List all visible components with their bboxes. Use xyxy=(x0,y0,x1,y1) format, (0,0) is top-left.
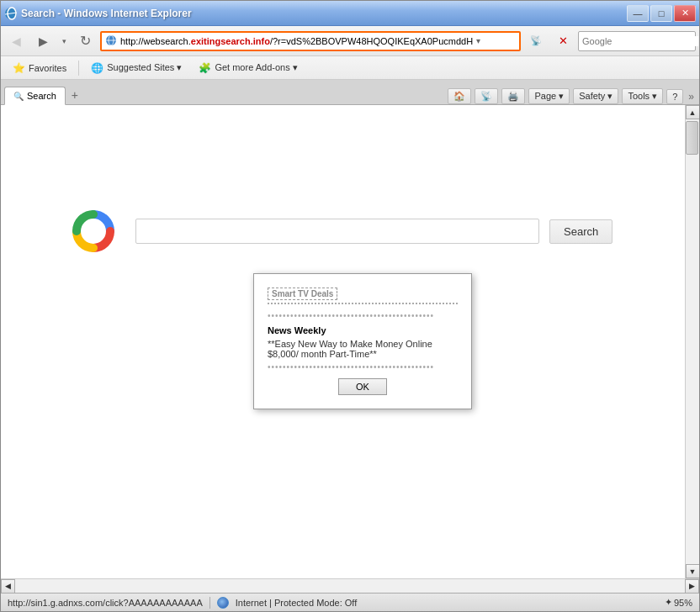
favorites-bar: ⭐ Favorites 🌐 Suggested Sites ▾ 🧩 Get mo… xyxy=(1,56,699,80)
feeds-button[interactable]: 📡 xyxy=(475,88,498,104)
nav-dropdown-button[interactable]: ▾ xyxy=(58,29,70,53)
zoom-level: 95% xyxy=(674,598,692,608)
status-url: http://sin1.g.adnxs.com/click?AAAAAAAAAA… xyxy=(8,598,203,608)
zone-text: Internet | Protected Mode: Off xyxy=(236,598,358,608)
h-scroll-left-button[interactable]: ◀ xyxy=(1,579,15,594)
window-controls: — □ ✕ xyxy=(627,5,696,22)
search-row: Search xyxy=(18,206,668,256)
address-dropdown-button[interactable]: ▾ xyxy=(473,36,484,45)
status-bar: http://sin1.g.adnxs.com/click?AAAAAAAAAA… xyxy=(1,593,699,611)
ad-ok-button[interactable]: OK xyxy=(338,378,387,395)
horizontal-scrollbar: ◀ ▶ xyxy=(1,578,699,593)
search-page: Search Smart TV Deals ••••••••••••••••••… xyxy=(1,105,685,273)
tab-search[interactable]: 🔍 Search xyxy=(4,87,66,105)
close-button[interactable]: ✕ xyxy=(674,5,696,22)
status-right-area: ✦ 95% xyxy=(665,597,692,608)
zoom-icon: ✦ xyxy=(665,597,672,608)
address-bar[interactable]: http://websearch.exitingsearch.info/?r=v… xyxy=(100,31,521,51)
ad-dots-2: ••••••••••••••••••••••••••••••••••••••••… xyxy=(268,362,458,372)
tools-button[interactable]: Tools ▾ xyxy=(622,88,663,104)
search-input[interactable] xyxy=(582,36,698,46)
favorites-button[interactable]: ⭐ Favorites xyxy=(8,61,72,76)
ad-title-blurred: Smart TV Deals xyxy=(268,288,337,300)
navigation-bar: ◀ ▶ ▾ ↻ http://websearch.exitingsearch.i… xyxy=(1,26,699,56)
url-prefix: http://websearch. xyxy=(120,36,191,46)
globe-icon: 🌐 xyxy=(91,62,103,74)
help-button[interactable]: ? xyxy=(666,89,683,104)
h-scroll-right-button[interactable]: ▶ xyxy=(685,579,699,594)
ad-section-title: News Weekly xyxy=(268,325,458,335)
vertical-scrollbar: ▲ ▼ xyxy=(685,105,699,578)
toolbar-right: 🏠 📡 🖨️ Page ▾ Safety ▾ Tools ▾ ? » xyxy=(448,88,696,104)
content-area: Search Smart TV Deals ••••••••••••••••••… xyxy=(1,105,699,578)
search-bar[interactable]: 🔍 xyxy=(578,31,696,51)
puzzle-icon: 🧩 xyxy=(199,62,211,74)
ad-title: Smart TV Deals xyxy=(268,288,458,304)
address-url-text: http://websearch.exitingsearch.info/?r=v… xyxy=(120,36,473,46)
scroll-up-button[interactable]: ▲ xyxy=(686,105,700,119)
url-path: /?r=vdS%2BBOVPW48HQOQIKEqXA0PucmddH xyxy=(270,36,473,46)
addons-button[interactable]: 🧩 Get more Add-ons ▾ xyxy=(194,61,302,76)
ad-popup: Smart TV Deals •••••••••••••••••••••••••… xyxy=(253,273,472,409)
ad-body-text: **Easy New Way to Make Money Online $8,0… xyxy=(268,339,458,359)
scroll-down-button[interactable]: ▼ xyxy=(686,564,700,578)
zone-globe-icon xyxy=(217,597,229,609)
scroll-thumb[interactable] xyxy=(686,121,698,155)
back-button[interactable]: ◀ xyxy=(4,29,28,53)
zoom-button[interactable]: ✦ 95% xyxy=(665,597,692,608)
ie-icon xyxy=(4,7,18,20)
rss-button[interactable]: 📡 xyxy=(524,29,548,53)
ie-window: Search - Windows Internet Explorer — □ ✕… xyxy=(0,0,700,612)
search-button[interactable]: Search xyxy=(549,219,612,244)
status-separator-1 xyxy=(209,597,210,609)
new-tab-button[interactable]: + xyxy=(66,86,84,104)
tab-icon: 🔍 xyxy=(13,92,24,101)
addons-label: Get more Add-ons ▾ xyxy=(215,62,297,73)
window-title: Search - Windows Internet Explorer xyxy=(21,8,627,19)
svg-point-7 xyxy=(82,220,104,242)
suggested-sites-button[interactable]: 🌐 Suggested Sites ▾ xyxy=(86,61,187,76)
favorites-label: Favorites xyxy=(29,63,66,73)
main-search-input[interactable] xyxy=(135,219,539,244)
h-scroll-track[interactable] xyxy=(15,579,685,593)
address-globe-icon xyxy=(105,34,117,48)
home-button[interactable]: 🏠 xyxy=(448,88,471,104)
page-button[interactable]: Page ▾ xyxy=(528,88,570,104)
tab-label: Search xyxy=(27,91,56,101)
scroll-track[interactable] xyxy=(686,119,699,564)
star-icon: ⭐ xyxy=(13,62,25,74)
fav-separator-1 xyxy=(78,61,79,76)
print-button[interactable]: 🖨️ xyxy=(501,88,525,104)
ad-dots-1: ••••••••••••••••••••••••••••••••••••••••… xyxy=(268,311,458,320)
google-logo xyxy=(68,206,119,256)
status-zone: Internet | Protected Mode: Off xyxy=(217,597,358,609)
forward-button[interactable]: ▶ xyxy=(31,29,55,53)
chevron-right-icon[interactable]: » xyxy=(687,89,696,104)
refresh-button[interactable]: ↻ xyxy=(73,29,97,53)
url-domain: exitingsearch.info xyxy=(191,36,270,46)
minimize-button[interactable]: — xyxy=(627,5,649,22)
suggested-label: Suggested Sites ▾ xyxy=(107,62,182,73)
tab-toolbar-area: 🔍 Search + 🏠 📡 🖨️ Page ▾ Safety ▾ Tools … xyxy=(1,80,699,105)
title-bar: Search - Windows Internet Explorer — □ ✕ xyxy=(1,1,699,26)
safety-button[interactable]: Safety ▾ xyxy=(573,88,618,104)
maximize-button[interactable]: □ xyxy=(650,5,672,22)
tab-area: 🔍 Search + xyxy=(1,86,88,104)
stop-button[interactable]: ✕ xyxy=(551,29,575,53)
web-content: Search Smart TV Deals ••••••••••••••••••… xyxy=(1,105,685,578)
